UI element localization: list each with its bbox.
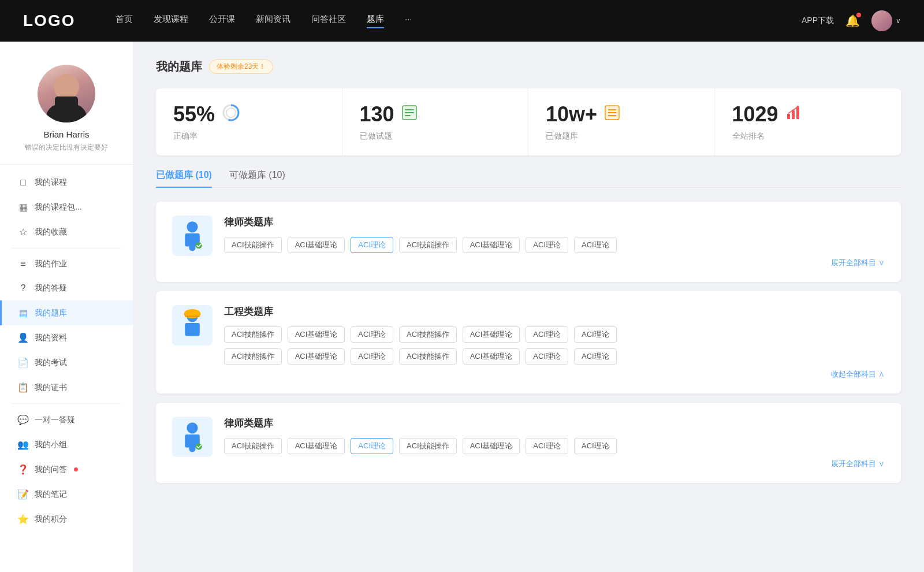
nav-qa[interactable]: 问答社区 xyxy=(311,14,346,28)
profile-area: Brian Harris 错误的决定比没有决定要好 xyxy=(0,59,133,165)
header: LOGO 首页 发现课程 公开课 新闻资讯 问答社区 题库 ··· APP下载 … xyxy=(0,0,924,42)
sidebar-item-label: 我的问答 xyxy=(35,465,67,475)
tag-3-0[interactable]: ACI技能操作 xyxy=(224,438,282,454)
expand-btn-3[interactable]: 展开全部科目 ∨ xyxy=(224,459,885,469)
tag-2b-0[interactable]: ACI技能操作 xyxy=(224,348,282,365)
tab-available-banks[interactable]: 可做题库 (10) xyxy=(229,169,285,187)
tag-1-4[interactable]: ACI基础理论 xyxy=(463,237,520,253)
tag-3-3[interactable]: ACI技能操作 xyxy=(399,438,457,454)
tag-2-5[interactable]: ACI理论 xyxy=(526,326,568,343)
sidebar-item-profile[interactable]: 👤 我的资料 xyxy=(0,325,133,350)
svg-point-5 xyxy=(226,108,236,117)
tag-2-4[interactable]: ACI基础理论 xyxy=(463,326,520,343)
tag-3-6[interactable]: ACI理论 xyxy=(574,438,617,454)
tab-done-banks[interactable]: 已做题库 (10) xyxy=(156,169,212,187)
qbank-body-2: 工程类题库 ACI技能操作 ACI基础理论 ACI理论 ACI技能操作 ACI基… xyxy=(224,305,885,380)
svg-point-0 xyxy=(54,74,79,99)
sidebar-item-exam[interactable]: 📄 我的考试 xyxy=(0,350,133,375)
qbank-header-2: 工程类题库 ACI技能操作 ACI基础理论 ACI理论 ACI技能操作 ACI基… xyxy=(172,305,885,380)
svg-point-22 xyxy=(189,244,195,251)
stat-top-3: 10w+ xyxy=(546,102,697,127)
tag-1-2[interactable]: ACI理论 xyxy=(351,237,393,253)
nav-home[interactable]: 首页 xyxy=(116,14,133,28)
profile-motto: 错误的决定比没有决定要好 xyxy=(25,143,108,153)
tag-2b-5[interactable]: ACI理论 xyxy=(526,348,568,365)
coursepack-icon: ▦ xyxy=(17,202,29,213)
tag-2-2[interactable]: ACI理论 xyxy=(351,326,393,343)
sidebar-menu: □ 我的课程 ▦ 我的课程包... ☆ 我的收藏 ≡ 我的作业 ? 我的答疑 ▤ xyxy=(0,165,133,537)
tag-1-5[interactable]: ACI理论 xyxy=(526,237,568,253)
svg-point-31 xyxy=(189,445,195,452)
sidebar-item-certificate[interactable]: 📋 我的证书 xyxy=(0,375,133,400)
sidebar-item-qbank[interactable]: ▤ 我的题库 xyxy=(0,300,133,325)
sidebar-item-label: 我的考试 xyxy=(35,358,67,368)
tag-2b-6[interactable]: ACI理论 xyxy=(574,348,617,365)
sidebar-item-favorites[interactable]: ☆ 我的收藏 xyxy=(0,220,133,244)
tag-2-3[interactable]: ACI技能操作 xyxy=(399,326,457,343)
nav-qbank[interactable]: 题库 xyxy=(367,14,384,28)
group-icon: 👥 xyxy=(17,439,29,450)
banks-icon xyxy=(604,105,620,124)
tag-1-0[interactable]: ACI技能操作 xyxy=(224,237,282,253)
stat-num-accuracy: 55% xyxy=(173,102,215,127)
nav-open-course[interactable]: 公开课 xyxy=(209,14,235,28)
main-content: 我的题库 体验剩余23天！ 55% 正确率 xyxy=(133,42,924,572)
notification-icon[interactable]: 🔔 xyxy=(845,14,860,28)
accuracy-chart-icon xyxy=(222,103,240,125)
tag-2-1[interactable]: ACI基础理论 xyxy=(288,326,345,343)
svg-rect-25 xyxy=(185,323,200,336)
sidebar-item-tutor[interactable]: 💬 一对一答疑 xyxy=(0,407,133,432)
page-wrap: Brian Harris 错误的决定比没有决定要好 □ 我的课程 ▦ 我的课程包… xyxy=(0,42,924,572)
header-right: APP下载 🔔 ∨ xyxy=(802,10,901,31)
nav-discover[interactable]: 发现课程 xyxy=(154,14,188,28)
sidebar-item-label: 我的课程 xyxy=(35,177,67,188)
tag-2-0[interactable]: ACI技能操作 xyxy=(224,326,282,343)
tag-3-2[interactable]: ACI理论 xyxy=(351,438,393,454)
expand-btn-1[interactable]: 展开全部科目 ∨ xyxy=(224,258,885,268)
qa-notification-dot xyxy=(74,467,78,471)
app-download-btn[interactable]: APP下载 xyxy=(802,16,834,26)
stat-questions-done: 130 已做试题 xyxy=(342,88,529,155)
sidebar-item-course-pack[interactable]: ▦ 我的课程包... xyxy=(0,195,133,220)
profile-icon: 👤 xyxy=(17,332,29,343)
notification-dot xyxy=(856,13,861,17)
star-icon: ☆ xyxy=(17,226,29,237)
main-nav: 首页 发现课程 公开课 新闻资讯 问答社区 题库 ··· xyxy=(116,14,802,28)
sidebar-divider-2 xyxy=(12,403,121,404)
qbank-title-2: 工程类题库 xyxy=(224,305,885,318)
sidebar-item-my-qa[interactable]: ❓ 我的问答 xyxy=(0,457,133,482)
tag-3-1[interactable]: ACI基础理论 xyxy=(288,438,345,454)
qbank-header-3: 律师类题库 ACI技能操作 ACI基础理论 ACI理论 ACI技能操作 ACI基… xyxy=(172,417,885,469)
tag-1-1[interactable]: ACI基础理论 xyxy=(288,237,345,253)
sidebar: Brian Harris 错误的决定比没有决定要好 □ 我的课程 ▦ 我的课程包… xyxy=(0,42,133,572)
tag-2-6[interactable]: ACI理论 xyxy=(574,326,617,343)
svg-point-19 xyxy=(796,106,799,108)
stat-top-2: 130 xyxy=(360,102,511,127)
page-title: 我的题库 xyxy=(156,59,202,75)
tag-2b-1[interactable]: ACI基础理论 xyxy=(288,348,345,365)
sidebar-item-group[interactable]: 👥 我的小组 xyxy=(0,432,133,457)
stat-site-rank: 1029 全站排名 xyxy=(715,88,901,155)
nav-more[interactable]: ··· xyxy=(405,14,412,28)
tag-3-5[interactable]: ACI理论 xyxy=(526,438,568,454)
user-avatar-menu[interactable]: ∨ xyxy=(871,10,901,31)
logo: LOGO xyxy=(23,12,92,30)
sidebar-item-homework[interactable]: ≡ 我的作业 xyxy=(0,252,133,276)
sidebar-item-my-course[interactable]: □ 我的课程 xyxy=(0,170,133,195)
collapse-btn-2[interactable]: 收起全部科目 ∧ xyxy=(224,369,885,380)
sidebar-item-points[interactable]: ⭐ 我的积分 xyxy=(0,507,133,532)
nav-news[interactable]: 新闻资讯 xyxy=(256,14,290,28)
tag-1-6[interactable]: ACI理论 xyxy=(574,237,617,253)
qbank-tags-1: ACI技能操作 ACI基础理论 ACI理论 ACI技能操作 ACI基础理论 AC… xyxy=(224,237,885,253)
tag-2b-3[interactable]: ACI技能操作 xyxy=(399,348,457,365)
course-icon: □ xyxy=(17,177,29,188)
tag-2b-4[interactable]: ACI基础理论 xyxy=(463,348,520,365)
sidebar-item-qa[interactable]: ? 我的答疑 xyxy=(0,276,133,300)
tag-3-4[interactable]: ACI基础理论 xyxy=(463,438,520,454)
tag-1-3[interactable]: ACI技能操作 xyxy=(399,237,457,253)
sidebar-item-notes[interactable]: 📝 我的笔记 xyxy=(0,482,133,507)
qbank-icon-lawyer-2 xyxy=(172,417,213,457)
sidebar-item-label: 我的小组 xyxy=(35,440,67,450)
tag-2b-2[interactable]: ACI理论 xyxy=(351,348,393,365)
stat-num-banks: 10w+ xyxy=(546,102,597,127)
